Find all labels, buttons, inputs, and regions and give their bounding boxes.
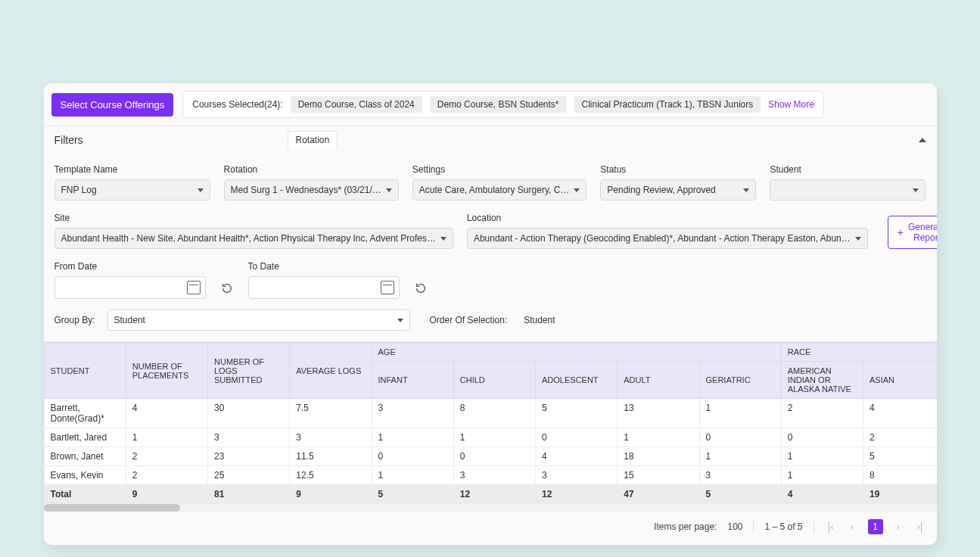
next-page-button[interactable]: ›: [894, 521, 904, 533]
cell: 1: [618, 428, 699, 447]
status-select[interactable]: Pending Review, Approved: [600, 179, 756, 201]
topbar: Select Course Offerings Courses Selected…: [44, 83, 937, 126]
col-infant[interactable]: INFANT: [372, 362, 453, 399]
col-placements[interactable]: NUMBER OF PLACEMENTS: [126, 343, 207, 399]
group-by-select[interactable]: Student: [107, 310, 410, 331]
chevron-down-icon: [574, 188, 580, 192]
cell: 3: [699, 466, 781, 485]
to-date-filter: To Date: [248, 261, 400, 299]
collapse-icon[interactable]: [919, 138, 926, 142]
first-page-button[interactable]: |‹: [825, 521, 837, 533]
cell: 4: [781, 485, 863, 504]
course-chip[interactable]: Demo Course, BSN Students*: [430, 96, 567, 113]
chevron-down-icon: [913, 188, 919, 192]
items-per-page-label: Items per page:: [654, 521, 717, 532]
scrollbar-thumb[interactable]: [44, 504, 180, 512]
filter-label: Location: [467, 213, 868, 223]
plus-icon: +: [898, 227, 904, 238]
location-select[interactable]: Abundant - Action Therapy (Geocoding Ena…: [467, 228, 868, 249]
cell: 0: [453, 447, 535, 466]
courses-selected-bar: Courses Selected(24): Demo Course, Class…: [182, 91, 824, 118]
filter-label: Site: [54, 213, 453, 223]
cell: 1: [453, 428, 535, 447]
location-filter: Location Abundant - Action Therapy (Geoc…: [467, 213, 868, 249]
cell: 5: [699, 485, 781, 504]
rotation-tab[interactable]: Rotation: [288, 131, 338, 149]
col-geriatric[interactable]: GERIATRIC: [699, 362, 781, 399]
cell: 5: [372, 485, 453, 504]
student-select[interactable]: [770, 179, 926, 201]
status-filter: Status Pending Review, Approved: [600, 164, 756, 201]
template-name-select[interactable]: FNP Log: [54, 179, 210, 201]
cell: 2: [781, 399, 863, 428]
cell: 8: [453, 399, 535, 428]
to-date-input[interactable]: [248, 276, 400, 299]
col-asian[interactable]: ASIAN: [863, 362, 937, 399]
cell: 81: [208, 485, 290, 504]
course-chip[interactable]: Demo Course, Class of 2024: [291, 96, 422, 113]
cell: 2: [126, 466, 207, 485]
filter-label: Template Name: [54, 164, 210, 175]
cell: 1: [126, 428, 207, 447]
items-per-page-value[interactable]: 100: [727, 521, 742, 532]
cell: 23: [208, 447, 290, 466]
student-filter: Student: [770, 164, 926, 201]
cell: 0: [536, 428, 618, 447]
col-american-indian[interactable]: AMERICAN INDIAN OR ALASKA NATIVE: [781, 362, 863, 399]
settings-select[interactable]: Acute Care, Ambulatory Surgery, C…: [412, 179, 587, 201]
paginator: Items per page: 100 1 – 5 of 5 |‹ ‹ 1 › …: [44, 512, 937, 545]
settings-filter: Settings Acute Care, Ambulatory Surgery,…: [412, 164, 587, 201]
page-range: 1 – 5 of 5: [764, 521, 802, 532]
prev-page-button[interactable]: ‹: [848, 521, 857, 533]
report-table-wrap[interactable]: STUDENT NUMBER OF PLACEMENTS NUMBER OF L…: [44, 342, 937, 504]
current-page-badge[interactable]: 1: [868, 519, 883, 534]
col-adolescent[interactable]: ADOLESCENT: [536, 362, 618, 399]
cell: 1: [781, 447, 863, 466]
cell-student: Bartlett, Jared: [44, 428, 126, 447]
cell: 18: [618, 447, 699, 466]
last-page-button[interactable]: ›|: [913, 521, 926, 533]
col-student[interactable]: STUDENT: [44, 343, 126, 399]
rotation-filter: Rotation Med Surg 1 - Wednesdays* (03/21…: [224, 164, 399, 201]
cell: 5: [863, 447, 937, 466]
table-total-row: Total 9 81 9 5 12 12 47 5 4 19 12: [44, 485, 937, 504]
filters-title: Filters: [54, 134, 83, 146]
cell: 12: [453, 485, 535, 504]
cell: 9: [126, 485, 207, 504]
cell: 13: [618, 399, 699, 428]
cell: 25: [208, 466, 290, 485]
course-chip[interactable]: Clinical Practicum (Track 1), TBSN Junio…: [574, 96, 761, 113]
order-of-selection-value: Student: [524, 315, 555, 325]
filter-label: From Date: [54, 261, 206, 272]
cell: 1: [372, 466, 453, 485]
col-adult[interactable]: ADULT: [618, 362, 699, 399]
from-date-input[interactable]: [54, 276, 206, 299]
cell: 1: [699, 447, 781, 466]
show-more-link[interactable]: Show More: [768, 99, 814, 110]
filter-label: To Date: [248, 261, 400, 272]
horizontal-scrollbar[interactable]: [44, 504, 937, 512]
filter-label: Settings: [412, 164, 587, 175]
table-row: Bartlett, Jared 1 3 3 1 1 0 1 0 0 2 1: [44, 428, 937, 447]
cell-student: Brown, Janet: [44, 447, 126, 466]
site-select[interactable]: Abundant Health - New Site, Abundant Hea…: [54, 228, 453, 249]
reset-to-date-icon[interactable]: [413, 281, 428, 296]
cell: 30: [208, 399, 290, 428]
col-avg[interactable]: AVERAGE LOGS: [290, 343, 372, 399]
table-body: Barrett, Donte(Grad)* 4 30 7.5 3 8 5 13 …: [44, 399, 937, 504]
chevron-down-icon: [440, 237, 446, 241]
reset-from-date-icon[interactable]: [219, 281, 235, 296]
courses-selected-label: Courses Selected(24):: [192, 99, 282, 110]
chevron-down-icon: [198, 188, 204, 192]
select-course-offerings-button[interactable]: Select Course Offerings: [51, 93, 174, 117]
cell: 9: [290, 485, 372, 504]
cell: 3: [372, 399, 453, 428]
cell: 1: [781, 466, 863, 485]
cell: 12: [536, 485, 618, 504]
col-logs[interactable]: NUMBER OF LOGS SUBMITTED: [208, 343, 290, 399]
filter-label: Student: [770, 164, 926, 175]
rotation-select[interactable]: Med Surg 1 - Wednesdays* (03/21/…: [224, 179, 399, 201]
col-child[interactable]: CHILD: [453, 362, 535, 399]
chevron-down-icon: [743, 188, 749, 192]
generate-report-button[interactable]: + Generate Report: [888, 216, 937, 249]
